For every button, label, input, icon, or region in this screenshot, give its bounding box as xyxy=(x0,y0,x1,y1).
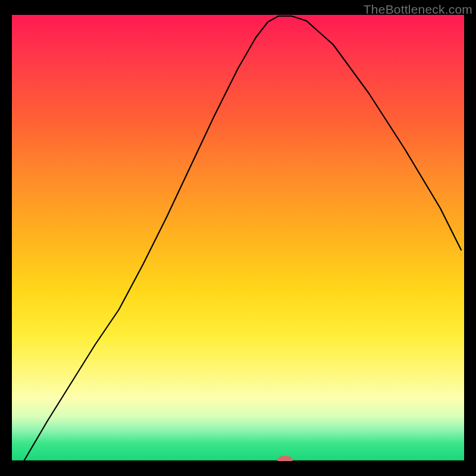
min-marker xyxy=(277,456,293,461)
bottleneck-curve xyxy=(24,16,461,461)
plot-svg xyxy=(12,15,464,461)
watermark-text: TheBottleneck.com xyxy=(364,2,472,17)
plot-area xyxy=(12,15,464,461)
chart-frame: TheBottleneck.com xyxy=(0,0,476,476)
